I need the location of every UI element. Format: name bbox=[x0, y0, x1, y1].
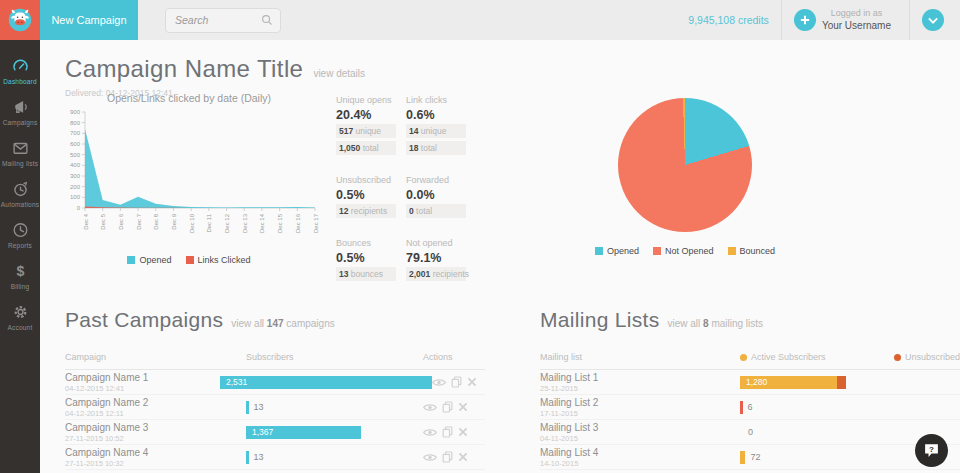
stat-heading: Forwarded bbox=[406, 175, 466, 185]
campaign-row: Campaign Name 1 04-12-2015 12:41 2,531 bbox=[65, 370, 485, 395]
eye-icon[interactable] bbox=[432, 378, 446, 387]
svg-text:Dec 11: Dec 11 bbox=[206, 213, 212, 232]
svg-text:Dec 7: Dec 7 bbox=[136, 213, 142, 229]
svg-text:Dec 17: Dec 17 bbox=[313, 213, 319, 233]
sidebar-item-dashboard[interactable]: Dashboard bbox=[0, 50, 40, 91]
stats-column: Unique opens20.4%517 unique1,050 totalLi… bbox=[336, 95, 472, 301]
cow-mascot-icon bbox=[4, 4, 36, 36]
legend-swatch bbox=[127, 256, 135, 264]
stat-heading: Unique opens bbox=[336, 95, 396, 105]
mailing-list-name-link[interactable]: Mailing List 3 bbox=[540, 422, 740, 433]
campaign-date: 04-12-2015 12:11 bbox=[65, 409, 246, 418]
app-logo[interactable] bbox=[0, 0, 40, 40]
row-actions bbox=[432, 376, 485, 388]
copy-icon[interactable] bbox=[451, 376, 462, 388]
automation-clock-icon bbox=[11, 180, 30, 198]
active-subscribers-bar: 1,280 bbox=[740, 376, 837, 389]
campaign-name-link[interactable]: Campaign Name 4 bbox=[65, 447, 246, 458]
legend-item-opened: Opened bbox=[595, 246, 639, 256]
column-unsubscribed: Unsubscribed bbox=[855, 352, 960, 362]
copy-icon[interactable] bbox=[442, 401, 453, 413]
sidebar-item-campaigns[interactable]: Campaigns bbox=[0, 91, 40, 132]
help-button[interactable]: ? bbox=[915, 434, 948, 467]
subscribers-bar: 2,531 bbox=[220, 376, 432, 389]
legend-label: Bounced bbox=[740, 246, 776, 256]
svg-text:Dec 16: Dec 16 bbox=[295, 213, 301, 233]
stat-heading: Unsubscribed bbox=[336, 175, 396, 185]
sidebar-item-mailing-lists[interactable]: Mailing lists bbox=[0, 132, 40, 173]
mailing-list-row: Mailing List 1 25-11-2015 1,280 bbox=[540, 370, 960, 395]
sidebar-item-billing[interactable]: $ Billing bbox=[0, 255, 40, 296]
delete-icon[interactable] bbox=[458, 427, 468, 437]
svg-text:700: 700 bbox=[70, 130, 81, 136]
delete-icon[interactable] bbox=[458, 402, 468, 412]
mailing-list-name-link[interactable]: Mailing List 1 bbox=[540, 372, 740, 383]
subscribers-count: 2,531 bbox=[220, 377, 247, 387]
sidebar-item-reports[interactable]: Reports bbox=[0, 214, 40, 255]
mailing-lists-section: Mailing Listsview all 8 mailing lists Ma… bbox=[540, 308, 960, 470]
mailing-list-name-link[interactable]: Mailing List 4 bbox=[540, 447, 740, 458]
stats-group: Bounces0.5%13 bouncesNot opened79.1%2,00… bbox=[336, 238, 472, 284]
legend-swatch bbox=[186, 256, 194, 264]
stats-group: Unique opens20.4%517 unique1,050 totalLi… bbox=[336, 95, 472, 158]
copy-icon[interactable] bbox=[442, 451, 453, 463]
delete-icon[interactable] bbox=[467, 377, 477, 387]
search-box bbox=[165, 8, 281, 33]
view-details-link[interactable]: view details bbox=[313, 68, 365, 79]
campaign-date: 27-11-2015 10:52 bbox=[65, 434, 246, 443]
legend-swatch bbox=[728, 247, 736, 255]
column-campaign: Campaign bbox=[65, 352, 246, 362]
subscribers-bar bbox=[246, 451, 249, 464]
campaign-name-link[interactable]: Campaign Name 2 bbox=[65, 397, 246, 408]
active-subscribers-count: 1,280 bbox=[740, 377, 767, 387]
svg-text:Dec 14: Dec 14 bbox=[259, 213, 265, 233]
search-icon[interactable] bbox=[261, 14, 273, 26]
add-credits-button[interactable] bbox=[794, 9, 816, 31]
svg-text:?: ? bbox=[929, 445, 934, 454]
legend-swatch bbox=[595, 247, 603, 255]
logged-in-as-label: Logged in as bbox=[822, 7, 891, 19]
sidebar: Dashboard Campaigns Mailing lists Automa… bbox=[0, 40, 40, 473]
stat-percentage: 20.4% bbox=[336, 108, 396, 122]
past-campaigns-heading: Past Campaigns bbox=[65, 308, 223, 331]
unsubscribed-dot bbox=[894, 354, 901, 361]
topbar: New Campaign 9,945,108 credits Logged in… bbox=[0, 0, 960, 40]
stat-value: 13 bounces bbox=[336, 267, 396, 281]
svg-text:400: 400 bbox=[70, 162, 81, 168]
mailing-list-name-link[interactable]: Mailing List 2 bbox=[540, 397, 740, 408]
username-label: Your Username bbox=[822, 19, 891, 33]
copy-icon[interactable] bbox=[442, 426, 453, 438]
view-all-mailing-lists-link[interactable]: view all 8 mailing lists bbox=[667, 318, 763, 329]
stat-value: 18 total bbox=[406, 141, 466, 155]
mailing-list-date: 25-11-2015 bbox=[540, 384, 740, 393]
new-campaign-button[interactable]: New Campaign bbox=[40, 0, 138, 40]
eye-icon[interactable] bbox=[423, 428, 437, 437]
user-menu-button[interactable] bbox=[922, 9, 944, 31]
campaign-name-link[interactable]: Campaign Name 3 bbox=[65, 422, 246, 433]
eye-icon[interactable] bbox=[423, 403, 437, 412]
megaphone-icon bbox=[11, 98, 30, 116]
mailing-list-row: Mailing List 2 17-11-2015 6 bbox=[540, 395, 960, 420]
subscribers-bar: 1,367 bbox=[246, 426, 361, 439]
search-input[interactable] bbox=[173, 13, 261, 27]
mailing-table-header: Mailing list Active Subscribers Unsubscr… bbox=[540, 352, 960, 370]
mailing-list-date: 04-11-2015 bbox=[540, 434, 740, 443]
sidebar-item-automations[interactable]: Automations bbox=[0, 173, 40, 214]
legend-label: Links Clicked bbox=[198, 255, 251, 265]
svg-text:500: 500 bbox=[70, 152, 81, 158]
legend-item-not-opened: Not Opened bbox=[653, 246, 714, 256]
view-all-campaigns-link[interactable]: view all 147 campaigns bbox=[231, 318, 334, 329]
sidebar-item-account[interactable]: Account bbox=[0, 296, 40, 337]
unsubscribed-bar-segment bbox=[837, 376, 846, 389]
svg-text:800: 800 bbox=[70, 120, 81, 126]
delete-icon[interactable] bbox=[458, 452, 468, 462]
stat-percentage: 79.1% bbox=[406, 251, 466, 265]
svg-text:200: 200 bbox=[70, 184, 81, 190]
mailing-list-date: 14-10-2015 bbox=[540, 459, 740, 468]
campaign-date: 27-11-2015 10:32 bbox=[65, 459, 246, 468]
subscribers-count: 1,367 bbox=[246, 427, 273, 437]
campaign-name-link[interactable]: Campaign Name 1 bbox=[65, 372, 220, 383]
eye-icon[interactable] bbox=[423, 453, 437, 462]
legend-label: Opened bbox=[607, 246, 639, 256]
svg-text:600: 600 bbox=[70, 141, 81, 147]
